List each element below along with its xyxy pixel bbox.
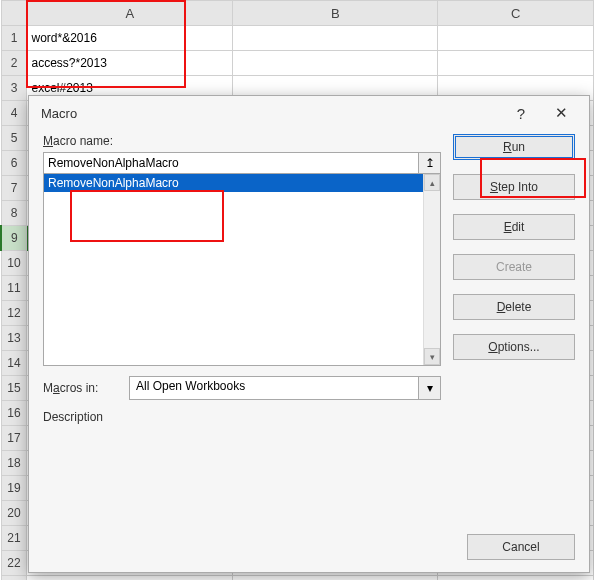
macro-dialog: Macro ? ✕ Macro name: ↥ RemoveNonAlphaMa… bbox=[28, 95, 590, 573]
dialog-titlebar[interactable]: Macro ? ✕ bbox=[29, 96, 589, 130]
row-header[interactable]: 9 bbox=[1, 226, 27, 251]
row-header[interactable]: 23 bbox=[1, 576, 27, 581]
row-header[interactable]: 11 bbox=[1, 276, 27, 301]
row-header[interactable]: 21 bbox=[1, 526, 27, 551]
close-button[interactable]: ✕ bbox=[541, 99, 581, 127]
col-header-C[interactable]: C bbox=[438, 1, 594, 26]
row-header[interactable]: 18 bbox=[1, 451, 27, 476]
list-scrollbar[interactable]: ▴ ▾ bbox=[423, 174, 440, 365]
up-arrow-icon: ↥ bbox=[425, 156, 435, 170]
row-header[interactable]: 19 bbox=[1, 476, 27, 501]
row-header[interactable]: 22 bbox=[1, 551, 27, 576]
create-button: Create bbox=[453, 254, 575, 280]
delete-button[interactable]: Delete bbox=[453, 294, 575, 320]
macro-listbox[interactable]: RemoveNonAlphaMacro ▴ ▾ bbox=[43, 174, 441, 366]
row-header[interactable]: 4 bbox=[1, 101, 27, 126]
run-button[interactable]: Run bbox=[453, 134, 575, 160]
row-header[interactable]: 20 bbox=[1, 501, 27, 526]
row-header[interactable]: 17 bbox=[1, 426, 27, 451]
cell[interactable]: word*&2016 bbox=[27, 26, 233, 51]
cell[interactable]: access?*2013 bbox=[27, 51, 233, 76]
dialog-title: Macro bbox=[41, 106, 501, 121]
scroll-down-icon[interactable]: ▾ bbox=[424, 348, 440, 365]
cell[interactable] bbox=[233, 576, 438, 581]
cell[interactable] bbox=[438, 51, 594, 76]
cancel-button[interactable]: Cancel bbox=[467, 534, 575, 560]
scroll-up-icon[interactable]: ▴ bbox=[424, 174, 440, 191]
col-header-B[interactable]: B bbox=[233, 1, 438, 26]
help-button[interactable]: ? bbox=[501, 99, 541, 127]
row-header[interactable]: 12 bbox=[1, 301, 27, 326]
edit-button[interactable]: Edit bbox=[453, 214, 575, 240]
cell[interactable] bbox=[438, 26, 594, 51]
row-header[interactable]: 3 bbox=[1, 76, 27, 101]
corner-cell[interactable] bbox=[1, 1, 27, 26]
macro-name-input[interactable] bbox=[43, 152, 419, 174]
row-header[interactable]: 15 bbox=[1, 376, 27, 401]
macro-list-item[interactable]: RemoveNonAlphaMacro bbox=[44, 174, 440, 192]
row-header[interactable]: 10 bbox=[1, 251, 27, 276]
cell[interactable] bbox=[27, 576, 233, 581]
macros-in-combo[interactable]: All Open Workbooks ▾ bbox=[129, 376, 441, 400]
options-button[interactable]: Options... bbox=[453, 334, 575, 360]
row-header[interactable]: 1 bbox=[1, 26, 27, 51]
row-header[interactable]: 7 bbox=[1, 176, 27, 201]
row-header[interactable]: 8 bbox=[1, 201, 27, 226]
macros-in-value[interactable]: All Open Workbooks bbox=[129, 376, 419, 400]
col-header-A[interactable]: A bbox=[27, 1, 233, 26]
step-into-button[interactable]: Step Into bbox=[453, 174, 575, 200]
row-header[interactable]: 16 bbox=[1, 401, 27, 426]
row-header[interactable]: 5 bbox=[1, 126, 27, 151]
cell[interactable] bbox=[438, 576, 594, 581]
row-header[interactable]: 2 bbox=[1, 51, 27, 76]
row-header[interactable]: 13 bbox=[1, 326, 27, 351]
row-header[interactable]: 14 bbox=[1, 351, 27, 376]
description-label: Description bbox=[43, 410, 441, 424]
row-header[interactable]: 6 bbox=[1, 151, 27, 176]
cell[interactable] bbox=[233, 51, 438, 76]
macro-name-label: Macro name: bbox=[43, 134, 441, 148]
chevron-down-icon[interactable]: ▾ bbox=[419, 376, 441, 400]
macros-in-label: Macros in: bbox=[43, 381, 119, 395]
name-action-button[interactable]: ↥ bbox=[419, 152, 441, 174]
cell[interactable] bbox=[233, 26, 438, 51]
